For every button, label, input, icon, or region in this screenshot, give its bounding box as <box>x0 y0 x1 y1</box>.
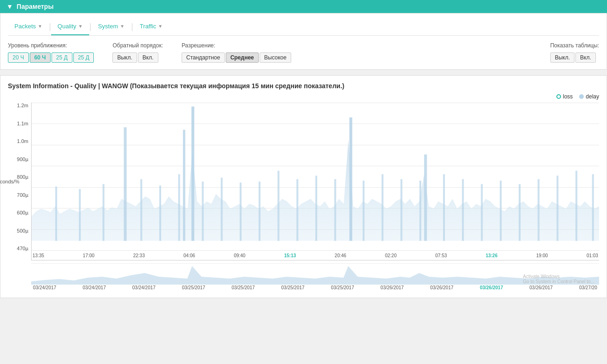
y-tick-600: 600µ <box>17 210 28 215</box>
tabs-row: Packets ▼ | Quality ▼ | System ▼ | Traff… <box>8 18 599 36</box>
watermark: Activate WindowsGo to System in Control … <box>523 274 594 284</box>
svg-rect-28 <box>519 184 521 240</box>
svg-rect-10 <box>159 186 161 241</box>
svg-rect-20 <box>363 181 365 241</box>
svg-rect-8 <box>103 184 104 240</box>
zoom-label: Уровень приближения: <box>8 42 94 49</box>
svg-rect-11 <box>178 174 180 241</box>
tab-quality[interactable]: Quality ▼ <box>51 18 89 35</box>
reverse-off[interactable]: Выкл. <box>112 52 137 63</box>
resolution-high[interactable]: Высокое <box>260 52 291 63</box>
tab-packets[interactable]: Packets ▼ <box>8 18 49 35</box>
resolution-standard[interactable]: Стандартное <box>182 52 225 63</box>
svg-rect-14 <box>240 182 241 240</box>
topbar-title: Параметры <box>17 3 54 10</box>
resolution-btn-group: Стандартное Среднее Высокое <box>182 52 291 63</box>
mini-date-7: 03/25/2017 <box>331 285 354 290</box>
zoom-20h[interactable]: 20 Ч <box>8 52 29 63</box>
mini-date-6: 03/25/2017 <box>281 285 305 290</box>
tab-quality-label: Quality <box>58 23 76 30</box>
svg-rect-19 <box>334 179 336 241</box>
table-off[interactable]: Выкл. <box>550 52 574 63</box>
x-labels: 13:35 17:00 22:33 04:06 09:40 15:13 20:4… <box>32 251 599 260</box>
chart-header: System Information - Quality | WANGW (По… <box>8 82 599 90</box>
svg-rect-17 <box>296 179 298 241</box>
legend: loss delay <box>8 93 599 100</box>
mini-date-2: 03/24/2017 <box>83 285 106 290</box>
zoom-25d1[interactable]: 25 Д <box>52 52 72 63</box>
tab-quality-arrow: ▼ <box>78 24 83 29</box>
controls-row: Уровень приближения: 20 Ч 60 Ч 25 Д 25 Д… <box>8 42 599 63</box>
chart-area: 13:35 17:00 22:33 04:06 09:40 15:13 20:4… <box>31 103 599 260</box>
x-label-0753: 07:53 <box>435 253 447 258</box>
y-tick-500: 500µ <box>17 228 28 234</box>
tab-system[interactable]: System ▼ <box>91 18 131 35</box>
x-label-0103: 01:03 <box>587 253 598 258</box>
tab-traffic[interactable]: Traffic ▼ <box>133 18 169 35</box>
svg-rect-12 <box>202 182 204 241</box>
x-label-0940: 09:40 <box>234 253 245 258</box>
reverse-btn-group: Выкл. Вкл. <box>112 52 163 63</box>
reverse-control: Обратный порядок: Выкл. Вкл. <box>112 42 163 63</box>
svg-rect-4 <box>349 117 352 241</box>
zoom-60h[interactable]: 60 Ч <box>30 52 51 63</box>
svg-rect-1 <box>191 107 194 241</box>
svg-rect-9 <box>140 179 142 241</box>
y-tick-11m: 1.1m <box>17 121 28 126</box>
tab-traffic-label: Traffic <box>140 23 156 30</box>
tab-system-label: System <box>98 23 118 30</box>
zoom-25d2[interactable]: 25 Д <box>73 52 94 63</box>
reverse-on[interactable]: Вкл. <box>138 52 158 63</box>
mini-date-12: 03/27/20 <box>579 285 597 290</box>
mini-date-9: 03/26/2017 <box>430 285 453 290</box>
y-tick-12m: 1.2m <box>17 103 28 108</box>
svg-rect-29 <box>538 179 540 241</box>
x-label-1700: 17:00 <box>83 253 94 258</box>
loss-dot <box>556 94 561 99</box>
svg-rect-25 <box>462 179 464 241</box>
y-tick-700: 700µ <box>17 192 28 198</box>
legend-loss: loss <box>556 93 573 100</box>
svg-rect-3 <box>183 130 185 240</box>
mini-date-10: 03/26/2017 <box>480 285 503 290</box>
mini-dates: 03/24/2017 03/24/2017 03/24/2017 03/25/2… <box>31 284 599 290</box>
reverse-label: Обратный порядок: <box>112 42 163 49</box>
svg-rect-32 <box>592 174 594 241</box>
svg-rect-27 <box>500 181 502 241</box>
table-on[interactable]: Вкл. <box>575 52 596 63</box>
svg-rect-5 <box>424 155 427 241</box>
x-label-0406: 04:06 <box>183 253 195 258</box>
mini-chart: 03/24/2017 03/24/2017 03/24/2017 03/25/2… <box>31 263 599 291</box>
mini-date-4: 03/25/2017 <box>182 285 205 290</box>
chevron-icon: ▼ <box>7 3 13 10</box>
svg-rect-23 <box>419 181 421 241</box>
x-label-2046: 20:46 <box>335 253 346 258</box>
mini-date-8: 03/26/2017 <box>380 285 404 290</box>
resolution-control: Разрешение: Стандартное Среднее Высокое <box>182 42 291 63</box>
table-btn-group: Выкл. Вкл. <box>550 52 599 63</box>
svg-rect-24 <box>443 174 445 241</box>
resolution-medium[interactable]: Среднее <box>226 52 259 63</box>
y-tick-470: 470µ <box>17 246 28 251</box>
mini-chart-svg <box>31 264 599 285</box>
chart-subtitle: (Показывается текущая информация 15 мин … <box>130 82 345 90</box>
chart-title: System Information - Quality | WANGW <box>8 82 128 90</box>
svg-marker-33 <box>31 266 599 285</box>
svg-rect-30 <box>556 176 558 240</box>
x-label-0220: 02:20 <box>385 253 397 258</box>
table-label: Показать таблицы: <box>550 42 599 49</box>
svg-rect-15 <box>259 182 261 241</box>
chart-panel: System Information - Quality | WANGW (По… <box>0 75 607 298</box>
chart-container: seconds/% 1.2m 1.1m 1.0m 900µ 800µ 700µ … <box>8 103 599 260</box>
x-label-1326: 13:26 <box>486 253 498 258</box>
params-panel: Packets ▼ | Quality ▼ | System ▼ | Traff… <box>0 13 607 70</box>
mini-chart-container: 03/24/2017 03/24/2017 03/24/2017 03/25/2… <box>8 261 599 291</box>
loss-label: loss <box>563 93 573 100</box>
mini-date-5: 03/25/2017 <box>232 285 255 290</box>
chart-svg <box>32 103 599 251</box>
delay-dot <box>579 94 584 99</box>
svg-rect-22 <box>400 179 402 241</box>
svg-rect-21 <box>382 174 384 241</box>
svg-rect-13 <box>221 178 222 241</box>
svg-rect-18 <box>315 176 317 240</box>
